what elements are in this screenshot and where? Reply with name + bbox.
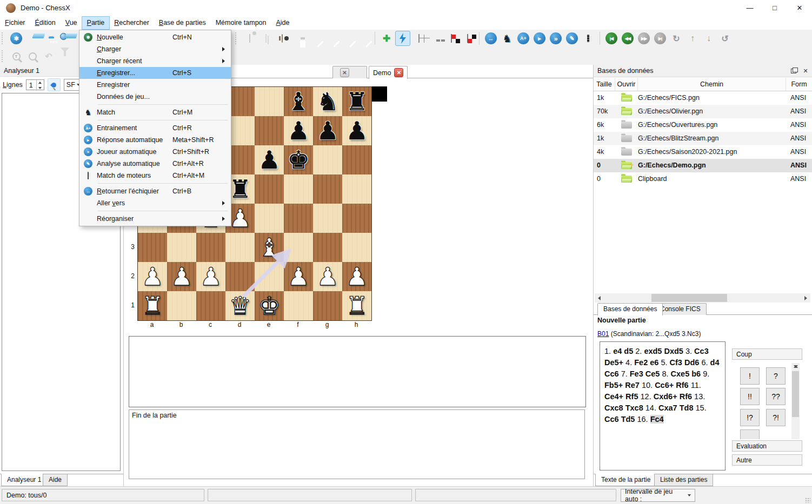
layout-grid-button[interactable] <box>411 31 427 46</box>
flip-board-button[interactable]: ↔ <box>483 31 498 46</box>
move-number[interactable]: 3. <box>685 347 692 355</box>
menubar-item-m-moire-tampon[interactable]: Mémoire tampon <box>211 17 271 29</box>
menu-item-r-ponse-automatique[interactable]: ▸Réponse automatiqueMeta+Shift+R <box>79 134 231 146</box>
screenshot-button[interactable] <box>275 31 290 46</box>
board-square-f4[interactable] <box>284 204 313 233</box>
open-folder-green-icon[interactable] <box>615 172 638 186</box>
brush-gray-button[interactable] <box>356 31 371 46</box>
board-square-d3[interactable] <box>225 233 255 262</box>
board-square-e2[interactable] <box>255 262 284 291</box>
maximize-button[interactable]: □ <box>762 0 787 16</box>
move[interactable]: De5+ <box>604 358 623 367</box>
white-queen[interactable]: ♛ <box>225 291 255 320</box>
database-row[interactable]: 6kG:/Echecs/Ouvertures.pgnANSI <box>594 118 812 132</box>
move-number[interactable]: 12. <box>641 392 651 401</box>
board-window-2-button[interactable] <box>460 31 475 46</box>
move[interactable]: Fb5+ <box>604 381 623 389</box>
close-tab-icon[interactable]: ✕ <box>394 68 403 77</box>
close-button[interactable]: ✕ <box>787 0 812 16</box>
auto-analysis-button[interactable]: ✎ <box>564 31 580 46</box>
tab-hidden[interactable]: ✕ <box>332 66 367 78</box>
board-square-b3[interactable] <box>167 233 196 262</box>
copy-button[interactable] <box>258 31 274 46</box>
board-square-g3[interactable] <box>313 233 342 262</box>
menu-item-donn-es-de-jeu-[interactable]: Données de jeu... <box>79 91 231 103</box>
move[interactable]: exd5 <box>644 347 662 355</box>
scrollbar-thumb[interactable] <box>651 294 727 302</box>
move[interactable]: Ce5 <box>645 369 660 378</box>
move[interactable]: Txc8 <box>625 404 643 412</box>
move[interactable]: Dxd5 <box>664 347 683 355</box>
black-bishop[interactable]: ♝ <box>284 87 313 116</box>
white-pawn[interactable]: ♟ <box>167 262 196 291</box>
annotation-scrollbar[interactable] <box>791 363 800 439</box>
move[interactable]: Re7 <box>625 381 640 389</box>
menu-item-analyse-automatique[interactable]: ✎Analyse automatiqueCtrl+Alt+R <box>79 158 231 170</box>
board-square-e4[interactable] <box>255 204 284 233</box>
redo-button[interactable]: ↻ <box>669 31 684 46</box>
open-folder-new-icon[interactable]: ✦ <box>615 159 638 172</box>
annotation-button-6[interactable]: ?! <box>766 409 786 426</box>
move[interactable]: Ce4+ <box>604 392 623 401</box>
white-rook[interactable]: ♜ <box>342 291 371 320</box>
paste-button[interactable] <box>291 31 306 46</box>
database-row[interactable]: 1kG:/Echecs/FICS.pgnANSI <box>594 91 812 105</box>
board-square-e7[interactable] <box>255 116 284 145</box>
column-header-taille[interactable]: Taille <box>594 78 615 91</box>
move[interactable]: Cc6 <box>604 369 619 378</box>
export-image-button[interactable] <box>242 31 257 46</box>
move[interactable]: Cxc8 <box>604 404 623 412</box>
database-row[interactable]: 1kG:/Echecs/BlitzStream.pgnANSI <box>594 132 812 145</box>
black-pawn[interactable]: ♟ <box>255 145 284 174</box>
layout-tile-button[interactable] <box>428 31 443 46</box>
menubar-item-base-de-parties[interactable]: Base de parties <box>154 17 211 29</box>
training-button[interactable]: A+ <box>516 31 531 46</box>
database-row[interactable]: 0✦G:/Echecs/Demo.pgnANSI <box>594 159 812 172</box>
move-number[interactable]: 11. <box>691 381 701 389</box>
board-square-h3[interactable] <box>342 233 371 262</box>
database-row[interactable]: 4kG:/Echecs/Saison2020-2021.pgnANSI <box>594 145 812 159</box>
reset-filter-button[interactable]: ↶ <box>41 49 56 64</box>
close-tab-icon[interactable]: ✕ <box>340 68 349 77</box>
close-panel-button[interactable]: ✕ <box>801 67 810 75</box>
menu-item-entrainement[interactable]: A+EntrainementCtrl+R <box>79 122 231 134</box>
menu-item-match-de-moteurs[interactable]: Match de moteursCtrl+Alt+M <box>79 170 231 182</box>
move[interactable]: b6 <box>691 369 701 378</box>
move-number[interactable]: 7. <box>621 369 628 378</box>
menu-item-charger-r-cent[interactable]: Charger récent <box>79 55 231 67</box>
move[interactable]: e6 <box>650 358 658 367</box>
annotation-button-3[interactable]: !! <box>740 388 760 405</box>
brush-red-button[interactable] <box>340 31 355 46</box>
search-text-button[interactable]: T <box>9 49 24 64</box>
game-moves-text[interactable]: 1. e4 d5 2. exd5 Dxd5 3. Cc3 De5+ 4. Fe2… <box>600 341 726 471</box>
move-number[interactable]: 15. <box>696 404 707 412</box>
move[interactable]: Cxa7 <box>658 404 677 412</box>
black-knight[interactable]: ♞ <box>313 87 342 116</box>
board-square-g1[interactable] <box>313 291 342 320</box>
new-database-button[interactable]: ✱ <box>9 31 24 46</box>
white-rook[interactable]: ♜ <box>138 291 167 320</box>
auto-play-interval-combo[interactable]: Intervalle de jeu auto : <box>621 489 695 502</box>
open-web-database-button[interactable] <box>57 31 72 46</box>
board-window-button[interactable] <box>444 31 459 46</box>
menubar-item-rechercher[interactable]: Rechercher <box>109 17 154 29</box>
tab-analyseur-1[interactable]: Analyseur 1 <box>1 474 47 486</box>
move[interactable]: Fe3 <box>630 369 643 378</box>
annotation-button-1[interactable]: ! <box>740 367 760 385</box>
board-square-g4[interactable] <box>313 204 342 233</box>
white-pawn[interactable]: ♟ <box>138 262 167 291</box>
white-bishop[interactable]: ♝ <box>255 233 284 262</box>
move-number[interactable]: 5. <box>661 358 667 367</box>
move[interactable]: Rf6 <box>676 381 688 389</box>
move-down-button[interactable]: ↓ <box>701 31 716 46</box>
database-row[interactable]: 70kG:/Echecs/Olivier.pgnANSI <box>594 105 812 118</box>
tab-texte-de-la-partie[interactable]: Texte de la partie <box>595 474 656 486</box>
board-square-d2[interactable] <box>225 262 255 291</box>
match-button[interactable]: ♞ <box>500 31 515 46</box>
annotation-button-4[interactable]: ?? <box>766 388 786 405</box>
move[interactable]: Td5 <box>621 415 635 424</box>
closed-folder-gray-icon[interactable] <box>615 118 638 132</box>
closed-folder-gray-icon[interactable] <box>615 145 638 159</box>
board-square-h5[interactable] <box>342 174 371 204</box>
black-pawn[interactable]: ♟ <box>284 116 313 145</box>
